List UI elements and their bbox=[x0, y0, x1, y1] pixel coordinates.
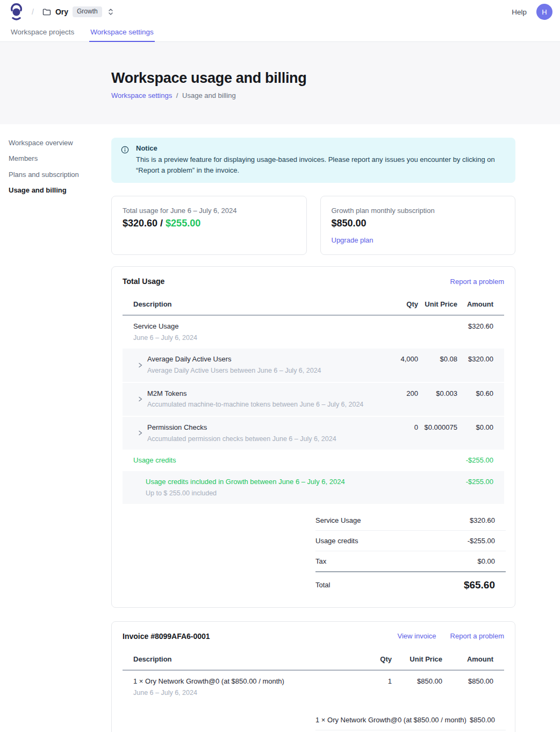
row-title: Service Usage bbox=[133, 322, 375, 331]
row-unit-price: $850.00 bbox=[392, 677, 442, 685]
upgrade-plan-link[interactable]: Upgrade plan bbox=[332, 236, 374, 244]
row-qty: 1 bbox=[360, 677, 392, 685]
row-amount: $320.00 bbox=[457, 355, 493, 363]
subscription-label: Growth plan monthly subscription bbox=[332, 207, 505, 215]
row-unit-price: $0.003 bbox=[418, 389, 457, 397]
table-row-service-usage: Service Usage June 6 – July 6, 2024 $320… bbox=[123, 316, 504, 349]
subscription-card: Growth plan monthly subscription $850.00… bbox=[320, 196, 516, 255]
row-title: 1 × Ory Network Growth@0 (at $850.00 / m… bbox=[133, 677, 360, 686]
tab-workspace-projects[interactable]: Workspace projects bbox=[10, 24, 75, 42]
sidebar-item-members[interactable]: Members bbox=[9, 154, 103, 163]
col-qty: Qty bbox=[360, 655, 392, 663]
table-row-average-daily-active-users[interactable]: Average Daily Active Users Average Daily… bbox=[123, 349, 504, 381]
table-row-usage-credits: Usage credits -$255.00 bbox=[123, 451, 504, 471]
invoice-panel: Invoice #8099AFA6-0001 View invoice Repo… bbox=[111, 621, 515, 732]
summary-label: Total bbox=[315, 581, 330, 589]
summary-label: Usage credits bbox=[315, 537, 358, 545]
tab-workspace-settings[interactable]: Workspace settings bbox=[89, 24, 155, 42]
table-row-invoice-line: 1 × Ory Network Growth@0 (at $850.00 / m… bbox=[123, 671, 504, 703]
row-subtitle: June 6 – July 6, 2024 bbox=[133, 333, 375, 342]
invoice-table-header: Description Qty Unit Price Amount bbox=[123, 650, 504, 671]
summary-label: Service Usage bbox=[315, 516, 361, 524]
breadcrumb-current: Usage and billing bbox=[182, 91, 236, 100]
row-subtitle: Up to $ 255.00 included bbox=[146, 489, 375, 498]
summary-row-plan-line: 1 × Ory Network Growth@0 (at $850.00 / m… bbox=[315, 710, 506, 730]
row-title: Usage credits bbox=[133, 456, 375, 465]
invoice-summary: 1 × Ory Network Growth@0 (at $850.00 / m… bbox=[315, 710, 506, 732]
table-row-m2m-tokens[interactable]: M2M Tokens Accumulated machine-to-machin… bbox=[123, 383, 504, 416]
summary-value: -$255.00 bbox=[468, 537, 495, 545]
plan-badge: Growth bbox=[73, 6, 102, 17]
summary-label: 1 × Ory Network Growth@0 (at $850.00 / m… bbox=[315, 716, 466, 724]
col-description: Description bbox=[133, 655, 360, 663]
summary-value: $320.60 bbox=[470, 516, 495, 524]
row-title: Average Daily Active Users bbox=[147, 355, 321, 364]
table-row-permission-checks[interactable]: Permission Checks Accumulated permission… bbox=[123, 417, 504, 450]
notice-title: Notice bbox=[136, 144, 497, 152]
col-qty: Qty bbox=[375, 300, 418, 308]
row-qty: 200 bbox=[375, 389, 418, 397]
view-invoice-link[interactable]: View invoice bbox=[398, 632, 436, 640]
workspace-tabbar: Workspace projects Workspace settings bbox=[0, 24, 560, 42]
row-unit-price: $0.000075 bbox=[418, 423, 457, 431]
page-header: Workspace usage and billing Workspace se… bbox=[0, 42, 560, 124]
row-subtitle: Average Daily Active Users between June … bbox=[147, 366, 321, 375]
usage-amount-included: $255.00 bbox=[166, 218, 200, 229]
col-amount: Amount bbox=[442, 655, 493, 663]
chevron-updown-icon bbox=[107, 8, 114, 16]
summary-total-value: $65.60 bbox=[464, 579, 495, 591]
ory-logo[interactable] bbox=[10, 3, 23, 20]
subscription-amount: $850.00 bbox=[332, 218, 505, 229]
summary-label: Tax bbox=[315, 557, 326, 565]
row-subtitle: June 6 – July 6, 2024 bbox=[133, 688, 360, 697]
sidebar-item-plans-and-subscription[interactable]: Plans and subscription bbox=[9, 170, 103, 179]
report-problem-link[interactable]: Report a problem bbox=[450, 632, 504, 640]
notice-body: This is a preview feature for displaying… bbox=[136, 154, 497, 176]
summary-row-service-usage: Service Usage $320.60 bbox=[315, 510, 506, 531]
workspace-name: Ory bbox=[55, 8, 68, 16]
col-unit-price: Unit Price bbox=[392, 655, 442, 663]
table-row-usage-credits-detail: Usage credits included in Growth between… bbox=[123, 471, 504, 504]
row-amount: -$255.00 bbox=[457, 478, 493, 486]
col-description: Description bbox=[133, 300, 375, 308]
help-link[interactable]: Help bbox=[512, 8, 527, 16]
row-title: Usage credits included in Growth between… bbox=[146, 478, 375, 487]
row-amount: $0.60 bbox=[457, 389, 493, 397]
avatar[interactable]: H bbox=[536, 4, 552, 20]
usage-table-header: Description Qty Unit Price Amount bbox=[123, 295, 504, 316]
row-amount: $320.60 bbox=[457, 322, 493, 330]
row-title: M2M Tokens bbox=[147, 389, 363, 399]
row-subtitle: Accumulated machine-to-machine tokens be… bbox=[147, 400, 363, 409]
breadcrumb-separator: / bbox=[176, 91, 178, 100]
row-unit-price: $0.08 bbox=[418, 355, 457, 363]
sidebar-item-usage-and-billing[interactable]: Usage and billing bbox=[9, 186, 103, 195]
total-usage-card: Total usage for June 6 – July 6, 2024 $3… bbox=[111, 196, 307, 255]
usage-amount-used: $320.60 / bbox=[123, 218, 163, 229]
usage-panel-title: Total Usage bbox=[123, 277, 164, 286]
invoice-panel-title: Invoice #8099AFA6-0001 bbox=[123, 632, 210, 641]
total-usage-label: Total usage for June 6 – July 6, 2024 bbox=[123, 207, 296, 215]
chevron-right-icon[interactable] bbox=[138, 363, 143, 368]
summary-value: $0.00 bbox=[477, 557, 495, 565]
workspace-switcher[interactable]: Ory Growth bbox=[42, 6, 114, 17]
summary-value: $850.00 bbox=[470, 716, 495, 724]
row-amount: -$255.00 bbox=[457, 456, 493, 464]
settings-sidebar: Workspace overview Members Plans and sub… bbox=[9, 139, 103, 202]
row-amount: $0.00 bbox=[457, 423, 493, 431]
chevron-right-icon[interactable] bbox=[138, 396, 143, 402]
summary-row-tax: Tax $0.00 bbox=[315, 551, 506, 572]
breadcrumb-workspace-settings-link[interactable]: Workspace settings bbox=[111, 91, 172, 100]
row-subtitle: Accumulated permission checks between Ju… bbox=[147, 435, 336, 443]
page-title: Workspace usage and billing bbox=[111, 70, 560, 87]
report-problem-link[interactable]: Report a problem bbox=[450, 278, 504, 286]
row-qty: 0 bbox=[375, 423, 418, 431]
chevron-right-icon[interactable] bbox=[138, 430, 143, 436]
top-bar: / Ory Growth Help H bbox=[0, 0, 560, 24]
row-amount: $850.00 bbox=[442, 677, 493, 685]
breadcrumb: Workspace settings / Usage and billing bbox=[111, 91, 560, 100]
col-amount: Amount bbox=[457, 300, 493, 308]
sidebar-item-workspace-overview[interactable]: Workspace overview bbox=[9, 139, 103, 147]
info-icon bbox=[121, 146, 129, 176]
usage-summary: Service Usage $320.60 Usage credits -$25… bbox=[315, 510, 506, 594]
summary-row-usage-credits: Usage credits -$255.00 bbox=[315, 531, 506, 551]
